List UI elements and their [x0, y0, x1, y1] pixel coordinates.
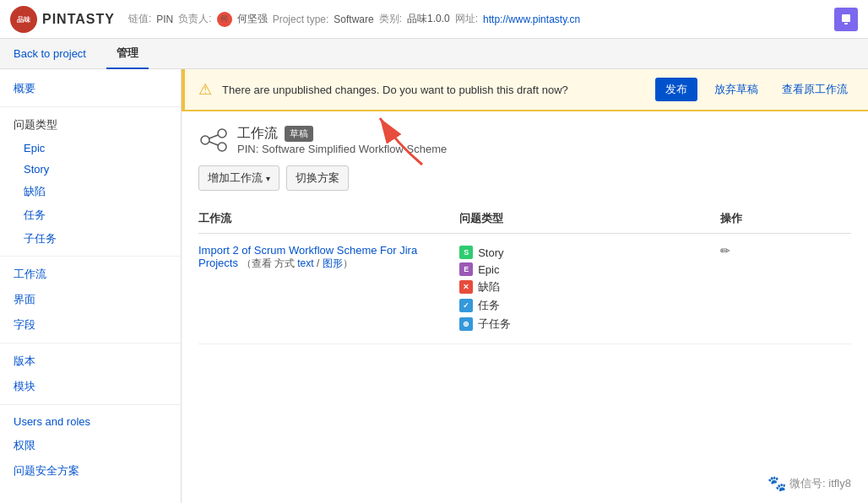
sidebar-item-subtask[interactable]: 子任务: [0, 227, 181, 251]
sidebar-item-screen[interactable]: 界面: [0, 287, 181, 312]
list-item: E Epic: [459, 261, 720, 278]
owner-name: 何坚强: [237, 12, 268, 26]
table-row: Import 2 of Scrum Workflow Scheme For Ji…: [198, 234, 851, 344]
sidebar-item-permissions[interactable]: 权限: [0, 433, 181, 458]
svg-point-4: [201, 136, 209, 144]
watermark: 🐾 微信号: itfly8: [768, 474, 851, 493]
sidebar-item-version[interactable]: 版本: [0, 349, 181, 374]
issue-type-bug: 缺陷: [478, 279, 500, 295]
workflow-table: 工作流 问题类型 操作 Import 2 of Scrum Workflow S…: [198, 204, 851, 344]
bug-icon: ✕: [459, 280, 473, 294]
workflow-links: （查看 方式 text / 图形）: [241, 257, 353, 269]
workflow-header: 工作流 草稿 PIN: Software Simplified Workflow…: [198, 125, 851, 155]
view-text-link[interactable]: text: [297, 257, 313, 269]
sidebar-item-task[interactable]: 任务: [0, 203, 181, 227]
issue-types-cell: S Story E Epic ✕ 缺陷: [459, 234, 720, 344]
publish-button[interactable]: 发布: [655, 78, 697, 101]
sidebar: 概要 问题类型 Epic Story 缺陷 任务 子任务 工作流 界面 字段 版…: [0, 69, 182, 503]
issue-type-story: Story: [478, 246, 503, 259]
story-icon: S: [459, 246, 473, 259]
workflow-subtitle: PIN: Software Simplified Workflow Scheme: [237, 143, 447, 155]
workflow-area: 工作流 草稿 PIN: Software Simplified Workflow…: [182, 111, 868, 358]
svg-rect-3: [844, 23, 848, 24]
header-meta: 链值: PIN 负责人: 何 何坚强 Project type: Softwar…: [128, 12, 580, 27]
warning-banner: ⚠ There are unpublished changes. Do you …: [182, 69, 868, 111]
warning-text: There are unpublished changes. Do you wa…: [222, 84, 645, 96]
notification-icon[interactable]: [834, 8, 858, 31]
switch-scheme-button[interactable]: 切换方案: [286, 165, 349, 191]
back-to-project-link[interactable]: Back to project: [10, 41, 90, 67]
website-url[interactable]: http://www.pintasty.cn: [483, 14, 580, 25]
svg-rect-2: [842, 14, 850, 22]
avatar: 何: [217, 12, 232, 27]
key-label: 链值:: [128, 12, 151, 26]
svg-line-7: [209, 135, 218, 138]
main-layout: 概要 问题类型 Epic Story 缺陷 任务 子任务 工作流 界面 字段 版…: [0, 69, 868, 503]
warning-icon: ⚠: [198, 80, 212, 99]
issue-type-epic: Epic: [478, 263, 499, 276]
key-value: PIN: [156, 14, 173, 25]
sidebar-item-module[interactable]: 模块: [0, 374, 181, 399]
edit-icon[interactable]: ✏: [720, 244, 730, 257]
view-text-separator: 方式: [274, 257, 297, 269]
list-item: ✕ 缺陷: [459, 278, 720, 296]
list-item: ✓ 任务: [459, 296, 720, 315]
subnav: Back to project 管理: [0, 39, 868, 69]
view-label: 查看: [252, 257, 272, 269]
workflow-diagram-icon: [198, 125, 229, 155]
sidebar-item-epic[interactable]: Epic: [0, 138, 181, 159]
logo-area: 品味 PINTASTY: [10, 6, 115, 33]
add-workflow-button[interactable]: 增加工作流: [198, 165, 279, 191]
col-header-workflow: 工作流: [198, 204, 459, 234]
header: 品味 PINTASTY 链值: PIN 负责人: 何 何坚强 Project t…: [0, 0, 868, 39]
category-label: 类别:: [379, 12, 402, 26]
list-item: S Story: [459, 244, 720, 261]
issue-type-subtask: 子任务: [478, 316, 511, 332]
logo-icon: 品味: [10, 6, 37, 33]
sidebar-item-issue-security[interactable]: 问题安全方案: [0, 458, 181, 484]
sidebar-item-field[interactable]: 字段: [0, 312, 181, 338]
epic-icon: E: [459, 262, 473, 276]
subtask-icon: ⊕: [459, 317, 473, 331]
svg-point-6: [218, 143, 226, 151]
app-title: PINTASTY: [42, 12, 115, 27]
sidebar-item-overview[interactable]: 概要: [0, 76, 181, 101]
actions-cell: ✏: [720, 234, 851, 344]
col-header-issuetype: 问题类型: [459, 204, 720, 234]
project-type-label: Project type:: [273, 14, 329, 25]
sidebar-section-issue-types: 问题类型: [0, 112, 181, 138]
watermark-icon: 🐾: [768, 474, 786, 493]
issue-type-list: S Story E Epic ✕ 缺陷: [459, 244, 720, 333]
svg-line-8: [209, 142, 218, 145]
task-icon: ✓: [459, 299, 473, 312]
website-label: 网址:: [455, 12, 478, 26]
col-header-actions: 操作: [720, 204, 851, 234]
owner-label: 负责人:: [178, 12, 211, 26]
view-graph-link[interactable]: 图形: [323, 257, 343, 269]
svg-point-5: [218, 129, 226, 138]
sidebar-item-workflow[interactable]: 工作流: [0, 262, 181, 287]
sidebar-item-users-roles[interactable]: Users and roles: [0, 410, 181, 433]
sidebar-item-story[interactable]: Story: [0, 159, 181, 180]
list-item: ⊕ 子任务: [459, 315, 720, 333]
workflow-name-cell: Import 2 of Scrum Workflow Scheme For Ji…: [198, 234, 459, 344]
workflow-title: 工作流: [237, 125, 278, 143]
watermark-text: 微信号: itfly8: [789, 476, 851, 491]
main-content: ⚠ There are unpublished changes. Do you …: [182, 69, 868, 503]
issue-type-task: 任务: [478, 298, 500, 313]
view-original-button[interactable]: 查看原工作流: [775, 78, 854, 101]
workflow-title-area: 工作流 草稿 PIN: Software Simplified Workflow…: [237, 125, 447, 155]
admin-tab[interactable]: 管理: [106, 39, 149, 69]
sidebar-item-bug[interactable]: 缺陷: [0, 180, 181, 203]
category-value: 品味1.0.0: [407, 12, 450, 26]
svg-text:品味: 品味: [17, 16, 31, 24]
workflow-actions: 增加工作流 切换方案: [198, 165, 851, 191]
draft-badge: 草稿: [285, 126, 313, 142]
header-right: [834, 8, 858, 31]
project-type-value: Software: [334, 14, 373, 25]
discard-button[interactable]: 放弃草稿: [708, 78, 765, 101]
